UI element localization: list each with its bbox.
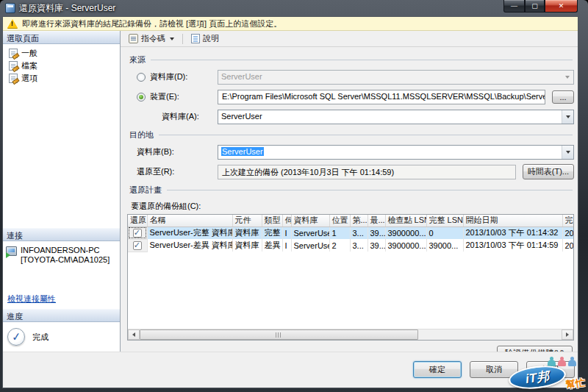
connection-server-name: INFOANDERSON-PC [TOYOTA-CM\ADA1025] <box>21 246 110 265</box>
warning-icon <box>7 19 18 28</box>
column-header[interactable]: 還原 <box>128 215 147 227</box>
server-icon <box>6 246 17 256</box>
source-database-radio-label: 資料庫(D): <box>137 71 218 82</box>
warning-text: 即將進行來源資料庫的結尾記錄備份，請檢視 [選項] 頁面上的這個設定。 <box>22 18 282 29</box>
grid-cell-type: 完整 <box>262 227 282 239</box>
column-header[interactable]: 位置 <box>329 215 350 227</box>
cancel-button[interactable]: 取消 <box>470 361 518 378</box>
grid-cell-database: ServerUser <box>291 227 329 239</box>
grid-cell-last_lsn: 39... <box>368 239 385 252</box>
column-header[interactable]: 完整 LSN <box>426 215 463 227</box>
restore-checkbox-cell[interactable] <box>128 239 147 252</box>
backup-set-row[interactable]: ServerUser-差異 資料庫...資料庫差異IServerUser23..… <box>128 239 574 252</box>
grid-cell-finish_date: 2013/10 <box>562 227 574 239</box>
device-radio[interactable] <box>137 93 146 101</box>
done-icon <box>7 328 25 346</box>
grid-cell-checkpoint_lsn: 3900000... <box>385 239 426 252</box>
column-header[interactable]: 元件 <box>232 215 262 227</box>
scroll-left-arrow[interactable] <box>128 329 140 340</box>
source-group-title: 來源 <box>129 54 573 65</box>
restore-to-input: 上次建立的備份 (2013年10月3日 下午 01:14:59) <box>218 165 516 179</box>
grid-cell-database: ServerUser <box>291 239 329 252</box>
source-backup-database-combobox[interactable]: ServerUser <box>218 110 574 124</box>
grid-cell-finish_date: 2013/10 <box>562 239 574 252</box>
scrollbar-thumb[interactable] <box>140 329 418 340</box>
grid-cell-name: ServerUser-完整 資料庫... <box>147 227 232 239</box>
grid-cell-first_lsn: 3... <box>350 227 368 239</box>
grid-cell-checkpoint_lsn: 3900000... <box>385 227 426 239</box>
sidebar-item-general[interactable]: 一般 <box>7 47 120 60</box>
horizontal-scrollbar[interactable] <box>128 329 573 340</box>
browse-button[interactable]: ... <box>552 90 574 104</box>
grid-cell-name: ServerUser-差異 資料庫... <box>147 239 232 252</box>
grid-cell-position: 1 <box>329 227 350 239</box>
restore-checkbox[interactable] <box>133 229 142 238</box>
restore-plan-group-title: 還原計畫 <box>129 185 573 196</box>
timeline-button[interactable]: 時間表(T)... <box>523 164 574 179</box>
restore-database-icon <box>5 3 15 13</box>
column-header[interactable]: 最... <box>368 215 385 227</box>
restore-to-label: 還原至(R): <box>137 166 218 177</box>
page-icon <box>9 74 18 83</box>
column-header[interactable]: 資料庫 <box>291 215 329 227</box>
titlebar: 還原資料庫 - ServerUser — ▢ ✕ <box>0 0 588 16</box>
restore-checkbox-cell[interactable] <box>128 227 147 239</box>
page-icon <box>9 61 18 71</box>
help-toolbar-button[interactable]: 說明 <box>187 32 223 46</box>
help-icon <box>191 34 200 43</box>
sidebar-item-options[interactable]: 選項 <box>7 72 120 85</box>
backup-sets-label: 要還原的備份組(C): <box>131 201 574 212</box>
script-button[interactable]: 指令碼 <box>125 32 178 46</box>
grid-cell-start_date: 2013/10/03 下午 01:14:59 <box>463 239 562 252</box>
column-header[interactable]: 伺 <box>282 215 291 227</box>
column-header[interactable]: 第... <box>350 215 368 227</box>
toolbar-separator <box>182 34 183 44</box>
progress-header: 進度 <box>3 309 120 322</box>
grid-cell-full_lsn: 39000... <box>426 239 463 252</box>
minimize-button[interactable]: — <box>503 0 525 13</box>
chevron-down-icon[interactable] <box>170 38 174 40</box>
destination-group-title: 目的地 <box>129 129 573 140</box>
grid-cell-type: 差異 <box>262 239 282 252</box>
column-header[interactable]: 類型 <box>262 215 282 227</box>
maximize-button[interactable]: ▢ <box>525 0 545 13</box>
source-database-combobox: ServerUser <box>218 70 574 85</box>
destination-database-label: 資料庫(B): <box>137 146 218 157</box>
grid-cell-start_date: 2013/10/03 下午 01:14:32 <box>463 227 562 239</box>
ok-button[interactable]: 確定 <box>413 361 462 378</box>
chevron-down-icon[interactable] <box>566 115 570 118</box>
backup-set-row[interactable]: ServerUser-完整 資料庫...資料庫完整IServerUser13..… <box>128 227 574 239</box>
sidebar-item-files[interactable]: 檔案 <box>7 60 120 72</box>
warning-banner: 即將進行來源資料庫的結尾記錄備份，請檢視 [選項] 頁面上的這個設定。 <box>3 17 578 31</box>
source-device-radio-label: 裝置(E): <box>137 91 218 102</box>
sidebar-item-label: 檔案 <box>21 60 37 71</box>
column-header[interactable]: 檢查點 LSN <box>385 215 426 227</box>
view-connection-properties-link[interactable]: 檢視連接屬性 <box>7 294 56 303</box>
grid-cell-full_lsn: 0 <box>426 227 463 239</box>
chevron-down-icon[interactable] <box>566 151 570 154</box>
column-header[interactable]: 完成日期 <box>562 215 574 227</box>
scroll-right-arrow[interactable] <box>562 329 573 340</box>
device-path-input[interactable]: E:\Program Files\Microsoft SQL Server\MS… <box>218 90 545 104</box>
database-radio[interactable] <box>137 73 146 82</box>
column-header[interactable]: 名稱 <box>147 215 232 227</box>
grid-cell-component: 資料庫 <box>232 227 262 239</box>
column-header[interactable]: 開始日期 <box>463 215 562 227</box>
close-button[interactable]: ✕ <box>545 0 578 13</box>
grid-cell-server: I <box>282 227 291 239</box>
footer: 確定 取消 說明 <box>3 352 578 388</box>
select-page-header: 選取頁面 <box>3 31 120 44</box>
connection-header: 連接 <box>3 228 120 241</box>
sidebar-item-label: 選項 <box>21 73 37 84</box>
help-button[interactable]: 說明 <box>526 361 575 378</box>
backup-sets-grid[interactable]: 還原名稱元件類型伺資料庫位置第...最...檢查點 LSN完整 LSN開始日期完… <box>127 214 574 341</box>
restore-checkbox[interactable] <box>133 241 142 250</box>
window-title: 還原資料庫 - ServerUser <box>19 2 115 15</box>
sidebar: 選取頁面 一般 檔案 選項 連接 <box>3 31 121 352</box>
toolbar: 指令碼 說明 <box>121 31 578 47</box>
script-icon <box>129 34 138 43</box>
destination-database-combobox[interactable]: ServerUser <box>218 145 574 160</box>
restore-database-dialog: 還原資料庫 - ServerUser — ▢ ✕ 即將進行來源資料庫的結尾記錄備… <box>0 0 588 392</box>
grid-cell-last_lsn: 39... <box>368 227 385 239</box>
chevron-down-icon <box>565 76 570 79</box>
